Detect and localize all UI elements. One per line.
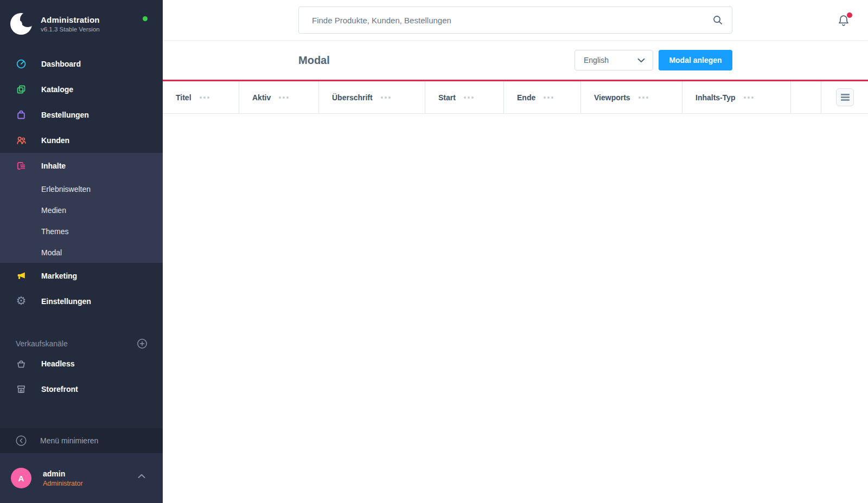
page-title: Modal (298, 54, 575, 67)
grid-empty-body (163, 114, 868, 503)
app-version: v6.1.3 Stable Version (41, 26, 100, 33)
status-online-dot (143, 16, 148, 21)
sidebar-item-marketing[interactable]: Marketing (0, 263, 163, 288)
column-header-actions (821, 81, 868, 113)
notification-badge-dot (847, 12, 852, 18)
sidebar-subitem-label: Modal (41, 248, 62, 257)
dashboard-icon (16, 58, 27, 70)
minimize-menu-button[interactable]: Menü minimieren (0, 428, 163, 453)
sidebar-item-kataloge[interactable]: Kataloge (0, 76, 163, 102)
column-context-menu-icon[interactable] (639, 96, 641, 99)
hamburger-icon (841, 96, 850, 98)
sidebar-item-kunden[interactable]: Kunden (0, 127, 163, 153)
column-header-label: Aktiv (252, 93, 271, 102)
sidebar-subitem-label: Medien (41, 206, 66, 215)
settings-gear-icon: ⚙ (16, 295, 27, 307)
shopware-admin: Administration v6.1.3 Stable Version Das… (0, 0, 868, 503)
sidebar-item-label: Inhalte (41, 162, 66, 170)
sidebar-item-label: Storefront (41, 385, 78, 394)
column-header-label: Viewports (594, 93, 630, 102)
smart-bar: Modal English Modal anlegen (163, 41, 868, 81)
create-modal-button[interactable]: Modal anlegen (659, 50, 732, 70)
sidebar-item-dashboard[interactable]: Dashboard (0, 51, 163, 76)
main-menu: Dashboard Kataloge Bes (0, 44, 163, 428)
sidebar-subitem-erlebniswelten[interactable]: Erlebniswelten (0, 178, 163, 199)
catalogues-icon (16, 83, 27, 95)
column-context-menu-icon[interactable] (279, 96, 281, 99)
grid-settings-button[interactable] (836, 88, 854, 106)
user-role: Administrator (43, 480, 83, 487)
topbar (163, 0, 868, 41)
sidebar-subitem-modal[interactable]: Modal (0, 242, 163, 263)
language-select[interactable]: English (575, 50, 653, 70)
add-sales-channel-button[interactable] (137, 338, 148, 349)
column-header-aktiv[interactable]: Aktiv (239, 81, 318, 113)
sales-channels-header: Verkaufskanäle (0, 337, 163, 351)
table-header-row: Titel Aktiv Überschrift Start Ende Viewp… (163, 81, 868, 114)
sidebar: Administration v6.1.3 Stable Version Das… (0, 0, 163, 503)
column-header-ueberschrift[interactable]: Überschrift (318, 81, 425, 113)
sidebar-item-label: Einstellungen (41, 297, 91, 306)
sidebar-item-headless[interactable]: Headless (0, 351, 163, 376)
sidebar-item-label: Bestellungen (41, 111, 89, 119)
column-context-menu-icon[interactable] (744, 96, 746, 99)
sidebar-item-storefront[interactable]: Storefront (0, 376, 163, 402)
column-context-menu-icon[interactable] (464, 96, 466, 99)
global-search[interactable] (298, 7, 732, 34)
column-header-titel[interactable]: Titel (163, 81, 239, 113)
search-input[interactable] (312, 16, 712, 25)
sidebar-item-label: Kataloge (41, 85, 73, 94)
sidebar-item-label: Kunden (41, 136, 69, 145)
sidebar-item-label: Marketing (41, 272, 77, 280)
search-icon[interactable] (712, 15, 723, 25)
content-menu-group: Inhalte Erlebniswelten Medien Themes Mod… (0, 153, 163, 263)
brand-text: Administration v6.1.3 Stable Version (41, 15, 100, 33)
language-select-value: English (584, 56, 637, 65)
main-area: Modal English Modal anlegen Titel Akt (163, 0, 868, 503)
column-header-start[interactable]: Start (425, 81, 503, 113)
sales-channels-label: Verkaufskanäle (16, 339, 137, 348)
column-header-label: Inhalts-Typ (695, 93, 736, 102)
sidebar-subitem-label: Themes (41, 227, 69, 236)
chevron-down-icon (637, 58, 645, 63)
customers-icon (16, 134, 27, 146)
column-header-ende[interactable]: Ende (503, 81, 580, 113)
storefront-icon (16, 383, 27, 395)
sidebar-item-einstellungen[interactable]: ⚙ Einstellungen (0, 288, 163, 314)
sidebar-subitem-medien[interactable]: Medien (0, 199, 163, 221)
sidebar-item-bestellungen[interactable]: Bestellungen (0, 102, 163, 127)
column-header-inhalts-typ[interactable]: Inhalts-Typ (682, 81, 790, 113)
sidebar-subitem-label: Erlebniswelten (41, 185, 91, 194)
collapse-chevron-icon (15, 435, 27, 447)
column-header-label: Start (438, 93, 456, 102)
column-context-menu-icon[interactable] (200, 96, 202, 99)
brand-header: Administration v6.1.3 Stable Version (0, 0, 163, 44)
basket-icon (16, 358, 27, 370)
column-header-label: Ende (517, 93, 535, 102)
sidebar-item-label: Headless (41, 359, 74, 368)
shopware-logo-icon (10, 12, 33, 35)
sidebar-item-label: Dashboard (41, 60, 81, 68)
column-header-empty (790, 81, 821, 113)
content-icon (16, 160, 27, 172)
minimize-menu-label: Menü minimieren (40, 436, 98, 445)
column-header-label: Überschrift (332, 93, 373, 102)
column-header-viewports[interactable]: Viewports (580, 81, 682, 113)
chevron-up-icon[interactable] (138, 474, 145, 479)
user-name: admin (43, 469, 83, 478)
app-title: Administration (41, 15, 100, 24)
column-header-label: Titel (176, 93, 192, 102)
sidebar-subitem-themes[interactable]: Themes (0, 221, 163, 242)
orders-icon (16, 109, 27, 121)
user-menu[interactable]: A admin Administrator (0, 453, 163, 503)
user-meta: admin Administrator (43, 469, 83, 487)
notifications-bell-icon[interactable] (837, 14, 852, 29)
column-context-menu-icon[interactable] (381, 96, 383, 99)
column-context-menu-icon[interactable] (544, 96, 546, 99)
marketing-icon (16, 270, 27, 282)
user-avatar: A (11, 468, 31, 488)
sidebar-item-inhalte[interactable]: Inhalte (0, 153, 163, 178)
